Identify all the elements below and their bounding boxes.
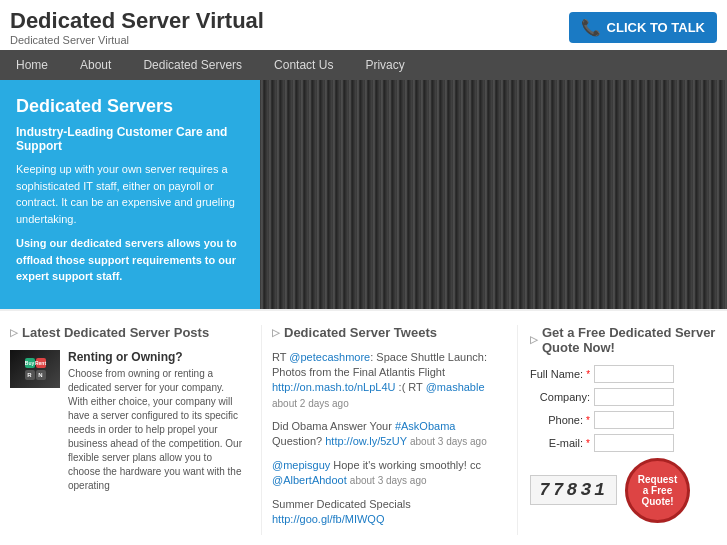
tweet-handle-1b[interactable]: @mashable [426,381,485,393]
hero-para1: Keeping up with your own server requires… [16,161,244,227]
tweet-item-4: Summer Dedicated Specials http://goo.gl/… [272,497,507,528]
main-content: Latest Dedicated Server Posts Buy Rent R… [0,309,727,546]
tweet-askobama-link[interactable]: #AskObama [395,420,456,432]
post-thumb-inner: Buy Rent R N [10,350,60,388]
main-nav: Home About Dedicated Servers Contact Us … [0,50,727,80]
tweet-link-4[interactable]: http://goo.gl/fb/MIWQQ [272,513,385,525]
click-to-talk-label: CLICK TO TALK [607,20,705,35]
tweets-col-title: Dedicated Server Tweets [272,325,507,340]
btn-line3: Quote! [641,496,673,507]
key-buy: Buy [25,358,35,368]
tweets-column: Dedicated Server Tweets RT @petecashmore… [261,325,517,536]
key-n: N [36,370,46,380]
hero-para2: Using our dedicated servers allows you t… [16,235,244,285]
post-thumbnail: Buy Rent R N [10,350,60,388]
tweet-handle-3b[interactable]: @AlbertAhdoot [272,474,347,486]
input-phone[interactable] [594,411,674,429]
tweet-handle-1[interactable]: @petecashmore [289,351,370,363]
nav-link-home[interactable]: Home [0,50,64,80]
hero-section: Dedicated Servers Industry-Leading Custo… [0,80,727,309]
input-email[interactable] [594,434,674,452]
hero-title: Dedicated Servers [16,96,244,117]
tweet-time-3: about 3 days ago [350,475,427,486]
tweet-time-2: about 3 days ago [410,436,487,447]
posts-column: Latest Dedicated Server Posts Buy Rent R… [10,325,261,536]
post-body: Choose from owning or renting a dedicate… [68,367,245,493]
required-star-name: * [586,369,590,380]
click-to-talk-button[interactable]: 📞 CLICK TO TALK [569,12,717,43]
hero-image [260,80,727,309]
hero-subtitle: Industry-Leading Customer Care and Suppo… [16,125,244,153]
label-fullname: Full Name: * [530,368,590,380]
key-r: R [25,370,35,380]
tweet-item-3: @mepisguy Hope it's working smoothly! cc… [272,458,507,489]
header-branding: Dedicated Server Virtual Dedicated Serve… [10,8,264,46]
nav-item-contact[interactable]: Contact Us [258,50,349,80]
input-company[interactable] [594,388,674,406]
tweet-link-1[interactable]: http://on.mash.to/nLpL4U [272,381,396,393]
posts-col-title: Latest Dedicated Server Posts [10,325,245,340]
post-item: Buy Rent R N Renting or Owning? Choose f… [10,350,245,493]
key-rent: Rent [36,358,46,368]
nav-link-privacy[interactable]: Privacy [349,50,420,80]
hero-image-bg [260,80,727,309]
nav-item-home[interactable]: Home [0,50,64,80]
post-title: Renting or Owning? [68,350,245,364]
nav-link-dedicated[interactable]: Dedicated Servers [127,50,258,80]
required-star-email: * [586,438,590,449]
phone-icon: 📞 [581,18,601,37]
quote-col-title: Get a Free Dedicated Server Quote Now! [530,325,717,355]
site-title: Dedicated Server Virtual [10,8,264,34]
site-header: Dedicated Server Virtual Dedicated Serve… [0,0,727,50]
nav-item-dedicated[interactable]: Dedicated Servers [127,50,258,80]
tweet-handle-3[interactable]: @mepisguy [272,459,330,471]
tweet-link-2[interactable]: http://ow.ly/5zUY [325,435,407,447]
label-phone: Phone: * [530,414,590,426]
request-quote-button[interactable]: Request a Free Quote! [625,458,690,523]
quote-btn-area: 77831 Request a Free Quote! [530,458,717,523]
captcha-display: 77831 [530,475,617,505]
quote-column: Get a Free Dedicated Server Quote Now! F… [517,325,717,536]
tweet-time-1: about 2 days ago [272,398,349,409]
form-row-phone: Phone: * [530,411,717,429]
label-company: Company: [530,391,590,403]
tweet-item-2: Did Obama Answer Your #AskObama Question… [272,419,507,450]
label-email: E-mail: * [530,437,590,449]
form-row-company: Company: [530,388,717,406]
nav-item-privacy[interactable]: Privacy [349,50,420,80]
post-content: Renting or Owning? Choose from owning or… [68,350,245,493]
btn-line1: Request [638,474,677,485]
hero-text-panel: Dedicated Servers Industry-Leading Custo… [0,80,260,309]
form-row-email: E-mail: * [530,434,717,452]
required-star-phone: * [586,415,590,426]
nav-item-about[interactable]: About [64,50,127,80]
tweet-item-1: RT @petecashmore: Space Shuttle Launch: … [272,350,507,412]
btn-line2: a Free [643,485,672,496]
form-row-name: Full Name: * [530,365,717,383]
quote-title-text: Get a Free Dedicated Server Quote Now! [542,325,717,355]
input-fullname[interactable] [594,365,674,383]
site-subtitle: Dedicated Server Virtual [10,34,264,46]
nav-link-about[interactable]: About [64,50,127,80]
nav-link-contact[interactable]: Contact Us [258,50,349,80]
